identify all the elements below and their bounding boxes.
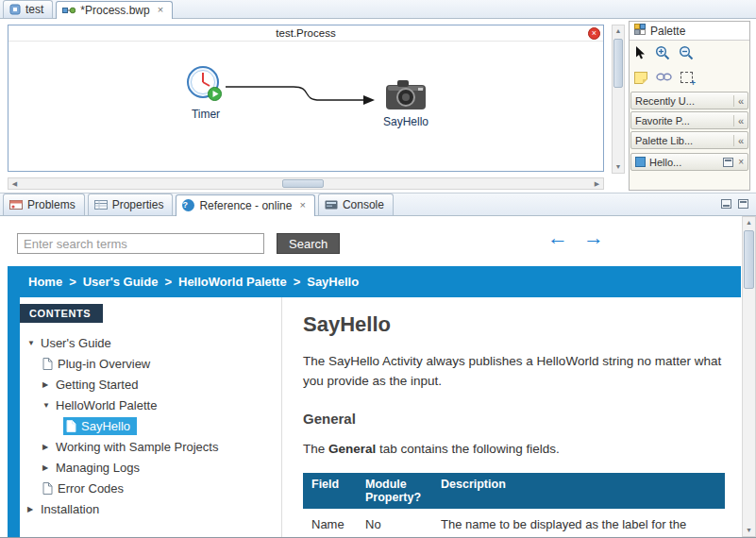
tab-console[interactable]: Console — [318, 193, 394, 215]
close-process-icon[interactable]: × — [588, 27, 600, 40]
tree-item-working-with-sample-projects[interactable]: ▶ Working with Sample Projects — [20, 436, 281, 457]
palette-drawer-helloworld[interactable]: Hello... × — [630, 153, 748, 171]
palette-section-favorites[interactable]: Favorite P... « — [630, 111, 748, 129]
vertical-scroll-thumb[interactable] — [744, 230, 754, 289]
table-header-description: Description — [432, 473, 725, 509]
select-cursor-icon[interactable] — [634, 45, 647, 64]
activity-label: Timer — [175, 108, 237, 121]
tree-item-label: Installation — [41, 502, 99, 516]
collapse-chevrons-icon[interactable]: « — [733, 115, 744, 126]
console-icon — [325, 199, 338, 210]
tab-process-bwp[interactable]: *Process.bwp × — [56, 1, 173, 19]
palette-title: Palette — [650, 25, 685, 38]
scroll-up-icon[interactable]: ▲ — [613, 25, 624, 37]
link-icon[interactable] — [656, 69, 672, 86]
maximize-icon[interactable] — [738, 199, 748, 209]
chevron-expanded-icon[interactable]: ▼ — [42, 401, 56, 410]
sayhello-activity-node[interactable]: SayHello — [367, 77, 445, 128]
scroll-down-icon[interactable]: ▼ — [613, 161, 624, 173]
zoom-out-icon[interactable] — [679, 45, 694, 64]
article-title: SayHello — [303, 312, 741, 337]
close-icon[interactable]: × — [738, 157, 744, 167]
tree-item-label: Plug-in Overview — [58, 357, 150, 371]
selected-highlight[interactable]: SayHello — [63, 417, 137, 435]
tree-item-label: Working with Sample Projects — [56, 440, 218, 454]
note-icon[interactable] — [634, 72, 647, 84]
tree-item-getting-started[interactable]: ▶ Getting Started — [20, 374, 281, 395]
tree-item-sayhello[interactable]: SayHello — [20, 415, 281, 436]
tab-problems[interactable]: Problems — [3, 193, 85, 215]
tree-item-managing-logs[interactable]: ▶ Managing Logs — [20, 457, 281, 478]
search-input[interactable] — [17, 233, 264, 254]
vertical-scroll-thumb[interactable] — [613, 39, 623, 88]
scroll-right-icon[interactable]: ▶ — [591, 178, 603, 189]
contents-sidebar: CONTENTS ▼ User's Guide Plug-in Overview… — [20, 297, 281, 537]
palette-section-recently-used[interactable]: Recently U... « — [630, 92, 748, 109]
cell-module-property: No — [357, 509, 432, 533]
tab-label: Reference - online — [199, 199, 292, 212]
palette-section-label: Recently U... — [635, 95, 733, 107]
collapse-chevrons-icon[interactable]: « — [733, 95, 744, 107]
maximize-icon[interactable] — [723, 158, 733, 167]
breadcrumb-home[interactable]: Home — [28, 275, 62, 289]
chevron-expanded-icon[interactable]: ▼ — [27, 339, 41, 347]
tree-item-plugin-overview[interactable]: Plug-in Overview — [20, 353, 281, 374]
scroll-left-icon[interactable]: ◀ — [8, 178, 21, 189]
canvas-horizontal-scrollbar[interactable]: ◀ ▶ — [8, 177, 604, 190]
tree-item-installation[interactable]: ▶ Installation — [20, 498, 281, 519]
canvas-vertical-scrollbar[interactable]: ▲ ▼ — [612, 25, 625, 174]
process-canvas[interactable]: test.Process × Timer — [8, 25, 604, 172]
breadcrumb-sayhello[interactable]: SayHello — [307, 275, 359, 289]
editor-tab-bar: test *Process.bwp × — [0, 0, 756, 19]
transition-arrow[interactable] — [226, 83, 378, 108]
tab-label: Properties — [112, 198, 164, 211]
chevron-collapsed-icon[interactable]: ▶ — [42, 380, 56, 389]
palette-section-label: Palette Lib... — [635, 135, 733, 146]
problems-icon — [9, 199, 23, 210]
palette-section-library[interactable]: Palette Lib... « — [630, 131, 748, 149]
chevron-collapsed-icon[interactable]: ▶ — [27, 505, 41, 513]
table-row: Name No The name to be displayed as the … — [303, 509, 725, 533]
scroll-up-icon[interactable]: ▲ — [743, 217, 755, 228]
tab-label: test — [25, 3, 43, 16]
tab-properties[interactable]: Properties — [88, 193, 174, 215]
tree-item-label: Managing Logs — [56, 461, 140, 475]
process-title-bar: test.Process × — [8, 25, 603, 42]
minimize-icon[interactable] — [721, 199, 731, 209]
tree-item-users-guide[interactable]: ▼ User's Guide — [20, 332, 281, 353]
process-editor-area: test.Process × Timer — [0, 19, 756, 193]
reference-vertical-scrollbar[interactable]: ▲ ▼ — [742, 216, 756, 537]
camera-icon — [384, 101, 428, 114]
breadcrumb-users-guide[interactable]: User's Guide — [83, 275, 159, 289]
article-intro: The SayHello Activity always publishes a… — [303, 352, 723, 392]
general-text-prefix: The — [303, 442, 328, 456]
tab-reference-online[interactable]: ? Reference - online × — [176, 194, 315, 216]
breadcrumb-separator: > — [164, 275, 172, 289]
test-tab-icon — [9, 4, 21, 15]
horizontal-scroll-thumb[interactable] — [282, 179, 324, 188]
palette-toolbar — [630, 41, 749, 90]
close-icon[interactable]: × — [158, 5, 163, 15]
tab-test[interactable]: test — [3, 0, 53, 18]
left-accent-strip — [8, 297, 20, 537]
close-icon[interactable]: × — [299, 200, 305, 210]
marquee-select-icon[interactable] — [680, 72, 693, 83]
palette-section-label: Favorite P... — [635, 115, 733, 126]
breadcrumb-helloworld-palette[interactable]: HelloWorld Palette — [178, 275, 287, 289]
breadcrumb-separator: > — [69, 275, 76, 289]
zoom-in-icon[interactable] — [655, 45, 670, 64]
forward-icon[interactable]: → — [583, 227, 604, 248]
collapse-chevrons-icon[interactable]: « — [733, 135, 744, 146]
table-header-field: Field — [303, 473, 357, 509]
chevron-collapsed-icon[interactable]: ▶ — [42, 443, 56, 451]
search-button[interactable]: Search — [277, 233, 340, 254]
process-canvas-body[interactable]: Timer — [8, 42, 603, 171]
back-icon[interactable]: ← — [547, 227, 568, 248]
palette-panel: Palette — [629, 21, 750, 191]
tree-item-helloworld-palette[interactable]: ▼ HelloWorld Palette — [20, 395, 281, 415]
palette-icon — [634, 24, 646, 38]
tree-item-error-codes[interactable]: Error Codes — [20, 478, 281, 498]
scroll-down-icon[interactable]: ▼ — [743, 525, 755, 536]
chevron-collapsed-icon[interactable]: ▶ — [42, 463, 56, 472]
palette-header[interactable]: Palette — [630, 22, 749, 41]
